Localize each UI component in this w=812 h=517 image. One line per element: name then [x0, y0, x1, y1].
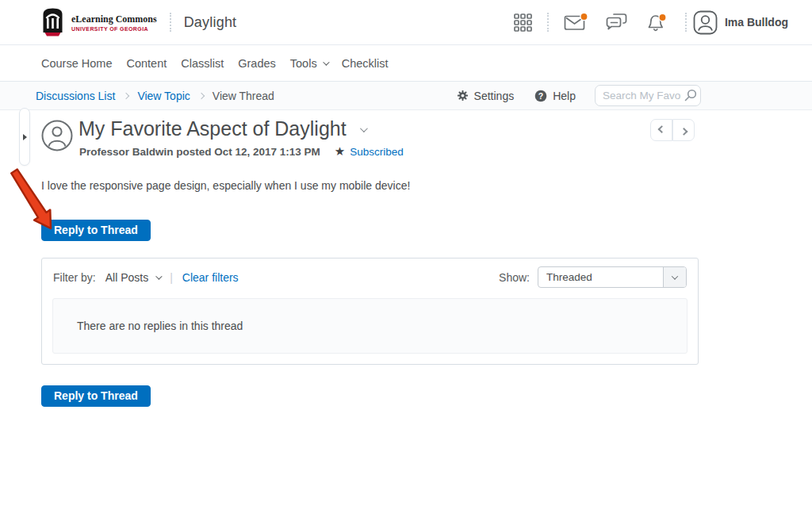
org-name: eLearning Commons [71, 13, 157, 25]
nav-checklist[interactable]: Checklist [342, 57, 389, 70]
nav-content[interactable]: Content [126, 57, 167, 70]
breadcrumb-bar: Discussions List View Topic View Thread … [0, 82, 812, 110]
chat-button[interactable] [606, 13, 628, 32]
chevron-down-icon [155, 273, 162, 279]
filter-bar: Filter by: All Posts | Clear filters Sho… [42, 258, 698, 294]
nav-grades[interactable]: Grades [238, 57, 276, 70]
filter-value: All Posts [105, 271, 148, 284]
chevron-down-icon [360, 124, 368, 132]
thread-header: My Favorite Aspect of Daylight Professor… [41, 117, 812, 159]
alerts-button[interactable] [645, 13, 668, 33]
show-label: Show: [499, 271, 530, 284]
discussion-thread-page: { "header": { "logo": { "line1": "eLearn… [0, 0, 812, 517]
divider [170, 13, 171, 32]
subscribed-link[interactable]: Subscribed [350, 146, 404, 158]
show-select-value: Threaded [538, 271, 663, 283]
chevron-right-icon [124, 94, 128, 98]
thread-actions-dropdown[interactable] [357, 120, 369, 138]
reply-to-thread-button-bottom[interactable]: Reply to Thread [41, 385, 151, 407]
org-logo[interactable]: eLearning Commons UNIVERSITY OF GEORGIA [41, 7, 157, 37]
bell-icon [645, 13, 668, 33]
notification-dot [659, 13, 666, 21]
top-icon-group: Ima Bulldog [505, 10, 788, 35]
email-icon [564, 13, 588, 32]
breadcrumb-view-topic[interactable]: View Topic [137, 90, 190, 102]
chevron-left-icon [657, 125, 665, 133]
nav-label: Checklist [342, 57, 389, 70]
apps-grid-button[interactable] [514, 13, 532, 32]
empty-replies-box: There are no replies in this thread [52, 298, 688, 354]
notification-dot [580, 13, 588, 20]
chevron-down-icon [323, 59, 329, 65]
search-icon [684, 89, 697, 102]
previous-thread-button[interactable] [650, 119, 672, 141]
reply-to-thread-button-top[interactable]: Reply to Thread [41, 220, 151, 241]
top-header: eLearning Commons UNIVERSITY OF GEORGIA … [0, 0, 812, 45]
thread-meta: Professor Baldwin posted Oct 12, 2017 1:… [79, 146, 320, 158]
thread-main: My Favorite Aspect of Daylight Professor… [0, 110, 812, 407]
course-navbar: Course Home Content Classlist Grades Too… [0, 45, 812, 82]
help-label: Help [553, 90, 576, 102]
chevron-right-icon [199, 94, 204, 98]
uga-arch-icon [41, 7, 64, 37]
triangle-right-icon [23, 134, 27, 140]
product-name: Daylight [184, 14, 237, 31]
subscribed-star-icon: ★ [335, 144, 345, 159]
nav-label: Grades [238, 57, 276, 70]
nav-label: Course Home [41, 57, 112, 70]
filter-by-label: Filter by: [53, 271, 96, 284]
settings-button[interactable]: Settings [457, 90, 515, 102]
chevron-down-icon [672, 273, 678, 279]
chat-icon [606, 13, 628, 32]
search-box [595, 85, 701, 106]
gear-icon [457, 90, 469, 101]
nav-label: Content [126, 57, 167, 70]
collapse-panel-tab[interactable] [19, 108, 30, 166]
nav-label: Classlist [181, 57, 224, 70]
filter-posts-dropdown[interactable]: All Posts [105, 271, 160, 284]
divider: | [170, 271, 173, 284]
replies-panel: Filter by: All Posts | Clear filters Sho… [41, 258, 699, 365]
user-avatar-icon [693, 10, 718, 35]
thread-title-block: My Favorite Aspect of Daylight Professor… [79, 117, 404, 159]
clear-filters-link[interactable]: Clear filters [182, 271, 239, 284]
empty-replies-message: There are no replies in this thread [77, 320, 243, 332]
nav-tools[interactable]: Tools [290, 57, 327, 70]
show-select[interactable]: Threaded [538, 266, 687, 288]
nav-course-home[interactable]: Course Home [41, 57, 112, 70]
thread-body: I love the responsive page design, espec… [41, 179, 812, 192]
thread-title: My Favorite Aspect of Daylight [79, 117, 347, 140]
apps-grid-icon [514, 13, 532, 32]
next-thread-button[interactable] [672, 119, 695, 141]
divider [685, 13, 687, 32]
breadcrumb-current: View Thread [213, 90, 274, 102]
chevron-right-icon [680, 127, 688, 135]
user-name: Ima Bulldog [725, 16, 788, 29]
user-menu[interactable]: Ima Bulldog [693, 10, 788, 35]
breadcrumb: Discussions List View Topic View Thread [36, 90, 274, 102]
nav-label: Tools [290, 57, 317, 70]
org-subname: UNIVERSITY OF GEORGIA [71, 26, 157, 32]
svg-text:?: ? [538, 90, 543, 100]
thread-pager [650, 119, 695, 141]
settings-label: Settings [474, 90, 515, 102]
email-button[interactable] [564, 13, 588, 32]
help-button[interactable]: ? Help [534, 90, 576, 102]
thread-author-avatar [41, 120, 73, 151]
breadcrumb-discussions-list[interactable]: Discussions List [36, 90, 115, 102]
nav-classlist[interactable]: Classlist [181, 57, 224, 70]
org-logo-text: eLearning Commons UNIVERSITY OF GEORGIA [71, 13, 157, 32]
divider [547, 13, 549, 32]
select-arrow [663, 267, 686, 287]
help-icon: ? [534, 90, 547, 102]
